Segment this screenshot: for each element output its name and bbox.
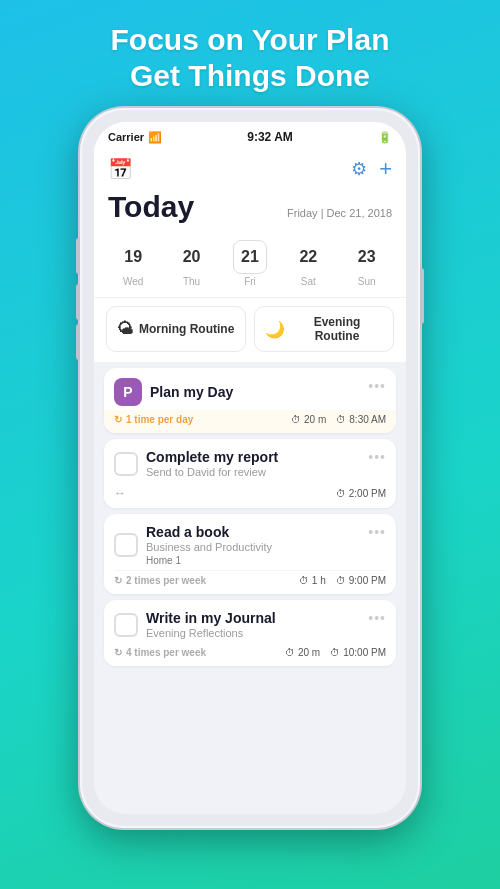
- cal-label-wed: Wed: [123, 276, 143, 287]
- journal-frequency: ↻ 4 times per week: [114, 647, 206, 658]
- battery-icon: 🔋: [378, 131, 392, 144]
- task-book-main: Read a book Business and Productivity Ho…: [104, 514, 396, 570]
- phone-mockup: Carrier 📶 9:32 AM 🔋 📅 ⚙ + Today Friday |…: [80, 108, 420, 828]
- cal-label-thu: Thu: [183, 276, 200, 287]
- header-section: Today Friday | Dec 21, 2018: [94, 188, 406, 234]
- report-meta-left: ↔: [114, 486, 126, 500]
- clock-icon-2: ⏱: [336, 414, 346, 425]
- book-tag: Home 1: [146, 555, 360, 566]
- calendar-strip: 19 Wed 20 Thu 21 Fri 22 Sat 23 Sun: [94, 234, 406, 298]
- cal-day-fri[interactable]: 21 Fri: [228, 240, 272, 287]
- clock-icon-7: ⏱: [330, 647, 340, 658]
- journal-time-text: 10:00 PM: [343, 647, 386, 658]
- book-frequency: ↻ 2 times per week: [114, 575, 206, 586]
- book-more[interactable]: •••: [368, 524, 386, 540]
- cal-day-wed[interactable]: 19 Wed: [111, 240, 155, 287]
- calendar-icon[interactable]: 📅: [108, 157, 133, 181]
- filter-icon[interactable]: ⚙: [351, 158, 367, 180]
- evening-routine-button[interactable]: 🌙 Evening Routine: [254, 306, 394, 352]
- report-title: Complete my report: [146, 449, 360, 465]
- report-meta-right: ⏱ 2:00 PM: [336, 488, 386, 499]
- clock-icon-1: ⏱: [291, 414, 301, 425]
- date-label: Friday | Dec 21, 2018: [287, 207, 392, 219]
- wifi-icon: 📶: [148, 131, 162, 144]
- plan-day-dur-text: 20 m: [304, 414, 326, 425]
- journal-time: ⏱ 10:00 PM: [330, 647, 386, 658]
- cal-label-sun: Sun: [358, 276, 376, 287]
- repeat-icon-2: ↻: [114, 575, 122, 586]
- book-meta: ↻ 2 times per week ⏱ 1 h ⏱ 9:00 PM: [104, 571, 396, 594]
- book-checkbox[interactable]: [114, 533, 138, 557]
- clock-icon-5: ⏱: [336, 575, 346, 586]
- book-meta-right: ⏱ 1 h ⏱ 9:00 PM: [299, 575, 386, 586]
- repeat-icon-3: ↻: [114, 647, 122, 658]
- report-time-text: 2:00 PM: [349, 488, 386, 499]
- journal-more[interactable]: •••: [368, 610, 386, 626]
- task-read-book: Read a book Business and Productivity Ho…: [104, 514, 396, 594]
- report-info: Complete my report Send to David for rev…: [146, 449, 360, 478]
- journal-meta: ↻ 4 times per week ⏱ 20 m ⏱ 10:00 PM: [104, 643, 396, 666]
- cal-label-sat: Sat: [301, 276, 316, 287]
- hero-line2: Get Things Done: [130, 59, 370, 92]
- hero-line1: Focus on Your Plan: [111, 23, 390, 56]
- plan-day-title: Plan my Day: [150, 384, 360, 400]
- tasks-area: P Plan my Day ••• ↻ 1 time per day: [94, 362, 406, 672]
- journal-info: Write in my Journal Evening Reflections: [146, 610, 360, 639]
- journal-duration: ⏱ 20 m: [285, 647, 320, 658]
- book-time-text: 9:00 PM: [349, 575, 386, 586]
- plan-day-time-text: 8:30 AM: [349, 414, 386, 425]
- journal-dur-text: 20 m: [298, 647, 320, 658]
- report-subtitle: Send to David for review: [146, 466, 360, 478]
- cal-day-num-19: 19: [116, 240, 150, 274]
- carrier-label: Carrier: [108, 131, 144, 143]
- time-display: 9:32 AM: [247, 130, 293, 144]
- hero-section: Focus on Your Plan Get Things Done: [91, 0, 410, 108]
- book-subtitle: Business and Productivity: [146, 541, 360, 553]
- task-plan-day-main: P Plan my Day •••: [104, 368, 396, 410]
- cal-day-sat[interactable]: 22 Sat: [286, 240, 330, 287]
- cal-day-num-21: 21: [233, 240, 267, 274]
- top-nav: 📅 ⚙ +: [94, 148, 406, 188]
- clock-icon-6: ⏱: [285, 647, 295, 658]
- task-plan-day: P Plan my Day ••• ↻ 1 time per day: [104, 368, 396, 433]
- task-journal: Write in my Journal Evening Reflections …: [104, 600, 396, 666]
- app-content: 📅 ⚙ + Today Friday | Dec 21, 2018 19 Wed…: [94, 148, 406, 672]
- status-left: Carrier 📶: [108, 131, 162, 144]
- journal-title: Write in my Journal: [146, 610, 360, 626]
- clock-icon-4: ⏱: [299, 575, 309, 586]
- journal-checkbox[interactable]: [114, 613, 138, 637]
- plan-day-frequency: ↻ 1 time per day: [114, 414, 193, 425]
- plan-day-time: ⏱ 8:30 AM: [336, 414, 386, 425]
- book-freq-text: 2 times per week: [126, 575, 206, 586]
- plan-day-meta: ↻ 1 time per day ⏱ 20 m ⏱ 8:30 AM: [104, 410, 396, 433]
- morning-routine-button[interactable]: 🌤 Morning Routine: [106, 306, 246, 352]
- plan-day-more[interactable]: •••: [368, 378, 386, 394]
- cal-day-num-20: 20: [175, 240, 209, 274]
- plan-day-info: Plan my Day: [150, 384, 360, 400]
- report-more[interactable]: •••: [368, 449, 386, 465]
- cal-day-sun[interactable]: 23 Sun: [345, 240, 389, 287]
- journal-meta-right: ⏱ 20 m ⏱ 10:00 PM: [285, 647, 386, 658]
- report-meta: ↔ ⏱ 2:00 PM: [104, 482, 396, 508]
- add-icon[interactable]: +: [379, 156, 392, 182]
- clock-icon-3: ⏱: [336, 488, 346, 499]
- cal-day-num-22: 22: [291, 240, 325, 274]
- journal-subtitle: Evening Reflections: [146, 627, 360, 639]
- book-info: Read a book Business and Productivity Ho…: [146, 524, 360, 566]
- journal-freq-text: 4 times per week: [126, 647, 206, 658]
- report-time: ⏱ 2:00 PM: [336, 488, 386, 499]
- morning-label: Morning Routine: [139, 322, 234, 336]
- status-right: 🔋: [378, 131, 392, 144]
- report-checkbox[interactable]: [114, 452, 138, 476]
- plan-day-duration: ⏱ 20 m: [291, 414, 326, 425]
- cal-day-thu[interactable]: 20 Thu: [170, 240, 214, 287]
- plan-day-meta-right: ⏱ 20 m ⏱ 8:30 AM: [291, 414, 386, 425]
- routine-bar: 🌤 Morning Routine 🌙 Evening Routine: [94, 298, 406, 362]
- repeat-icon: ↻: [114, 414, 122, 425]
- book-dur-text: 1 h: [312, 575, 326, 586]
- book-time: ⏱ 9:00 PM: [336, 575, 386, 586]
- today-title: Today: [108, 190, 194, 224]
- task-journal-main: Write in my Journal Evening Reflections …: [104, 600, 396, 643]
- book-title: Read a book: [146, 524, 360, 540]
- evening-label: Evening Routine: [291, 315, 383, 343]
